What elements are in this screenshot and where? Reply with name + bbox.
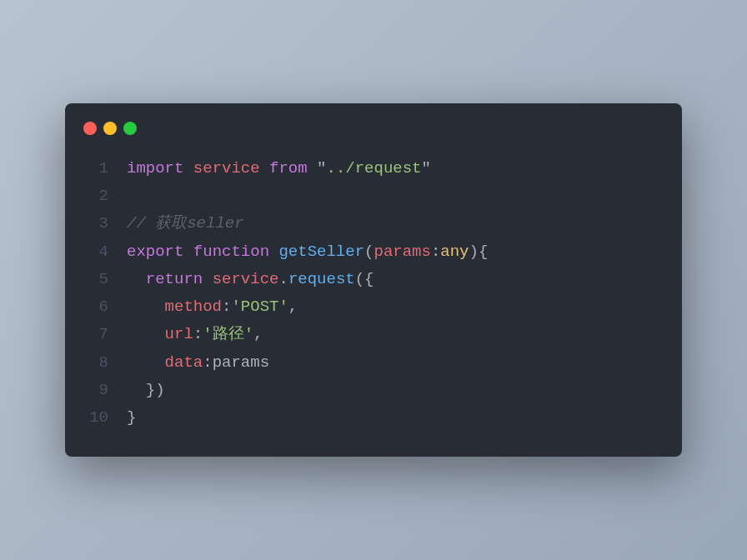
code-editor[interactable]: 1 import service from "../request" 2 3 /… xyxy=(65,143,682,458)
code-line: 3 // 获取seller xyxy=(85,210,662,238)
code-window: 1 import service from "../request" 2 3 /… xyxy=(65,103,682,458)
code-content: url:'路径', xyxy=(127,321,662,348)
code-content: }) xyxy=(127,377,662,404)
code-line: 8 data:params xyxy=(85,349,662,377)
code-content: import service from "../request" xyxy=(127,155,662,182)
minimize-icon[interactable] xyxy=(103,122,117,135)
code-content: } xyxy=(127,404,662,432)
line-number: 8 xyxy=(85,349,127,377)
code-content: data:params xyxy=(127,349,662,377)
line-number: 10 xyxy=(85,404,127,432)
maximize-icon[interactable] xyxy=(123,122,137,135)
close-icon[interactable] xyxy=(83,122,97,135)
code-content: method:'POST', xyxy=(127,293,662,321)
code-content: export function getSeller(params:any){ xyxy=(127,238,662,266)
code-content: return service.request({ xyxy=(127,266,662,293)
code-line: 6 method:'POST', xyxy=(85,293,662,321)
code-line: 4 export function getSeller(params:any){ xyxy=(85,238,662,266)
line-number: 1 xyxy=(85,155,127,182)
line-number: 5 xyxy=(85,266,127,293)
code-line: 9 }) xyxy=(85,377,662,404)
line-number: 2 xyxy=(85,182,127,210)
line-number: 9 xyxy=(85,377,127,404)
code-line: 7 url:'路径', xyxy=(85,321,662,348)
window-titlebar xyxy=(65,103,682,143)
line-number: 3 xyxy=(85,210,127,238)
line-number: 4 xyxy=(85,238,127,266)
code-line: 2 xyxy=(85,182,662,210)
code-line: 10 } xyxy=(85,404,662,432)
code-content: // 获取seller xyxy=(127,210,662,238)
line-number: 7 xyxy=(85,321,127,348)
code-line: 1 import service from "../request" xyxy=(85,155,662,182)
code-content xyxy=(127,182,662,210)
code-line: 5 return service.request({ xyxy=(85,266,662,293)
line-number: 6 xyxy=(85,293,127,321)
